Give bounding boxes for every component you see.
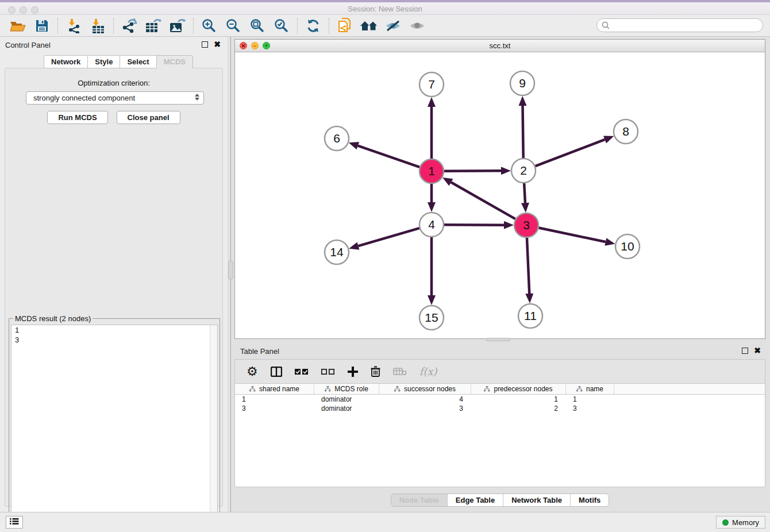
graph-edge-4-3[interactable] xyxy=(444,221,514,229)
column-header-predecessor-nodes[interactable]: predecessor nodes xyxy=(471,384,566,394)
graph-node-2[interactable]: 2 xyxy=(511,159,536,183)
run-mcds-button[interactable]: Run MCDS xyxy=(47,111,107,124)
tab-edge-table[interactable]: Edge Table xyxy=(448,494,503,506)
graph-edge-3-1[interactable] xyxy=(442,178,515,219)
table-row[interactable]: 1dominator411 xyxy=(235,395,765,404)
graph-node-1[interactable]: 1 xyxy=(419,159,444,183)
import-network-icon[interactable] xyxy=(64,17,83,34)
graph-edge-1-2[interactable] xyxy=(444,167,511,175)
close-panel-button[interactable]: Close panel xyxy=(117,111,180,124)
deselect-all-icon[interactable] xyxy=(321,368,335,375)
table-cell[interactable]: 4 xyxy=(379,395,471,404)
zoom-selected-icon[interactable] xyxy=(272,17,291,34)
refresh-icon[interactable] xyxy=(303,17,323,34)
show-columns-icon[interactable] xyxy=(271,367,282,377)
task-history-button[interactable] xyxy=(6,516,23,529)
graph-edge-3-10[interactable] xyxy=(539,228,615,246)
table-cell[interactable]: 3 xyxy=(235,404,314,413)
graph-edge-2-3[interactable] xyxy=(521,183,529,213)
export-network-icon[interactable] xyxy=(120,17,139,34)
table-cell[interactable]: 1 xyxy=(566,395,614,404)
table-cell[interactable]: dominator xyxy=(314,395,379,404)
export-image-icon[interactable] xyxy=(168,17,187,34)
main-area: Control Panel ✖ Network Style Select MCD… xyxy=(0,37,770,512)
tab-motifs[interactable]: Motifs xyxy=(571,494,609,506)
status-bar: Memory xyxy=(0,512,770,532)
memory-button[interactable]: Memory xyxy=(716,516,765,529)
table-cell[interactable]: 3 xyxy=(379,404,471,413)
home-icon[interactable] xyxy=(359,17,379,34)
close-table-panel-icon[interactable]: ✖ xyxy=(754,346,761,355)
float-panel-icon[interactable] xyxy=(202,41,208,48)
graph-node-6[interactable]: 6 xyxy=(325,126,349,151)
zoom-out-icon[interactable] xyxy=(224,17,243,34)
zoom-fit-icon[interactable] xyxy=(248,17,267,34)
graph-node-label: 6 xyxy=(333,132,340,145)
tab-network-table[interactable]: Network Table xyxy=(503,494,571,506)
network-window-titlebar[interactable]: ✕ − ＋ scc.txt xyxy=(235,40,765,52)
graph-edge-2-8[interactable] xyxy=(536,136,614,166)
open-file-icon[interactable] xyxy=(8,17,28,34)
table-row[interactable]: 3dominator323 xyxy=(235,404,765,413)
graph-node-7[interactable]: 7 xyxy=(419,72,444,97)
tab-node-table[interactable]: Node Table xyxy=(391,494,448,506)
network-graph[interactable]: 7968124314101511 xyxy=(235,52,765,338)
eye-show-icon[interactable] xyxy=(407,17,427,34)
graph-edge-1-4[interactable] xyxy=(428,184,436,212)
float-table-panel-icon[interactable] xyxy=(742,348,748,354)
splitter-handle[interactable] xyxy=(228,261,233,279)
mcds-result-scrollbar[interactable] xyxy=(210,325,217,531)
close-panel-icon[interactable]: ✖ xyxy=(214,40,221,49)
table-cell[interactable]: 1 xyxy=(471,395,566,404)
export-table-icon[interactable] xyxy=(144,17,163,34)
panel-splitter-horizontal[interactable] xyxy=(486,338,510,341)
mcds-result-list[interactable]: 13 xyxy=(11,325,218,531)
graph-edge-4-15[interactable] xyxy=(428,237,436,305)
tab-network[interactable]: Network xyxy=(44,55,87,68)
network-document-icon[interactable] xyxy=(335,17,355,34)
network-canvas[interactable]: 7968124314101511 xyxy=(235,52,765,338)
panel-splitter-vertical[interactable] xyxy=(228,37,234,512)
tab-mcds[interactable]: MCDS xyxy=(156,55,193,68)
table-toolbar: ⚙ f(x) xyxy=(234,359,765,384)
graph-node-8[interactable]: 8 xyxy=(614,119,638,144)
table-cell[interactable]: dominator xyxy=(314,404,379,413)
graph-node-10[interactable]: 10 xyxy=(615,234,640,259)
network-window-title: scc.txt xyxy=(235,41,765,50)
add-column-icon[interactable] xyxy=(348,367,358,377)
table-cell[interactable]: 3 xyxy=(566,404,614,413)
graph-node-4[interactable]: 4 xyxy=(419,213,444,237)
select-all-icon[interactable] xyxy=(295,368,309,375)
graph-node-11[interactable]: 11 xyxy=(518,304,542,328)
eye-hide-icon[interactable] xyxy=(383,17,403,34)
graph-edge-4-14[interactable] xyxy=(349,228,419,250)
graph-edge-3-11[interactable] xyxy=(525,238,533,303)
save-icon[interactable] xyxy=(32,17,52,34)
column-header-shared-name[interactable]: shared name xyxy=(235,384,314,394)
table-settings-icon[interactable]: ⚙ xyxy=(247,365,258,378)
mcds-result-item[interactable]: 1 xyxy=(11,325,217,335)
tab-select[interactable]: Select xyxy=(120,55,156,68)
graph-node-14[interactable]: 14 xyxy=(325,240,349,264)
table-cell[interactable]: 1 xyxy=(235,395,314,404)
search-input[interactable] xyxy=(596,18,763,32)
graph-node-9[interactable]: 9 xyxy=(510,71,534,95)
graph-node-3[interactable]: 3 xyxy=(514,213,538,237)
zoom-in-icon[interactable] xyxy=(199,17,219,34)
graph-edge-1-6[interactable] xyxy=(349,142,419,167)
import-table-icon[interactable] xyxy=(88,17,107,34)
graph-edge-2-9[interactable] xyxy=(519,96,527,158)
delete-column-icon[interactable] xyxy=(371,366,380,377)
memory-label: Memory xyxy=(732,518,759,527)
mcds-result-title: MCDS result (2 nodes) xyxy=(13,314,93,323)
graph-edge-1-7[interactable] xyxy=(428,97,436,159)
tab-style[interactable]: Style xyxy=(87,55,120,68)
column-header-successor-nodes[interactable]: successor nodes xyxy=(379,384,471,394)
graph-node-15[interactable]: 15 xyxy=(419,306,444,330)
column-header-name[interactable]: name xyxy=(566,384,614,394)
table-cell[interactable]: 2 xyxy=(471,404,566,413)
graph-node-label: 1 xyxy=(428,164,435,178)
optimization-criterion-select[interactable]: strongly connected component xyxy=(26,91,204,105)
column-header-MCDS-role[interactable]: MCDS role xyxy=(314,384,379,394)
mcds-result-item[interactable]: 3 xyxy=(11,335,217,345)
